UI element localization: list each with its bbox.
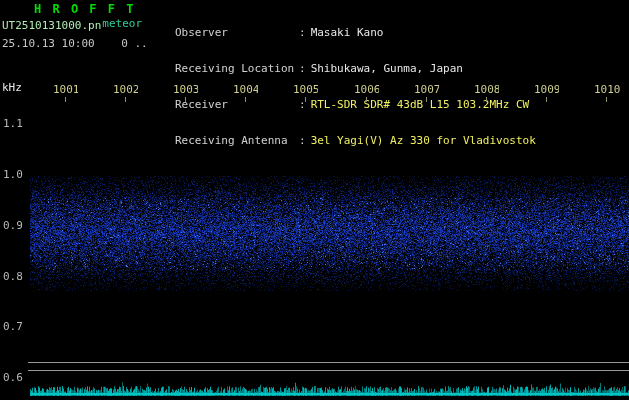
output-filename: UT2510131000.pn bbox=[2, 19, 101, 32]
x-tick-mark bbox=[185, 97, 186, 102]
x-tick-mark bbox=[125, 97, 126, 102]
level-scale-line bbox=[28, 362, 629, 363]
datetime-label: 25.10.13 10:00 0 .. bbox=[2, 38, 148, 50]
info-value: Shibukawa, Gunma, Japan bbox=[311, 63, 463, 75]
hrofft-screen: H R O F F T UT2510131000.pnmeteor 25.10.… bbox=[0, 0, 629, 400]
y-tick-label: 0.7 bbox=[3, 321, 23, 333]
x-tick-label: 1010 bbox=[594, 84, 624, 96]
x-tick-label: 1009 bbox=[534, 84, 559, 96]
y-tick-label: 1.1 bbox=[3, 118, 23, 130]
info-row-observer: Observer : Masaki Kano bbox=[175, 27, 536, 39]
y-axis-unit: kHz bbox=[2, 82, 22, 94]
x-tick-mark bbox=[65, 97, 66, 102]
info-separator: : bbox=[299, 27, 306, 39]
info-label: Receiving Location bbox=[175, 63, 299, 75]
info-value: RTL-SDR SDR# 43dB L15 103.2MHz CW bbox=[311, 99, 530, 111]
x-tick-label: 1007 bbox=[414, 84, 439, 96]
y-tick-label: 0.8 bbox=[3, 271, 23, 283]
annotation-label: meteor bbox=[102, 17, 142, 30]
y-tick-label: 1.0 bbox=[3, 169, 23, 181]
app-title: H R O F F T bbox=[34, 3, 135, 15]
info-row-location: Receiving Location : Shibukawa, Gunma, J… bbox=[175, 63, 536, 75]
x-tick-mark bbox=[366, 97, 367, 102]
x-tick-label: 1002 bbox=[113, 84, 138, 96]
x-tick-label: 1006 bbox=[354, 84, 379, 96]
info-label: Receiver bbox=[175, 99, 299, 111]
x-tick-label: 1003 bbox=[173, 84, 198, 96]
info-row-antenna: Receiving Antenna : 3el Yagi(V) Az 330 f… bbox=[175, 135, 536, 147]
x-tick-mark bbox=[245, 97, 246, 102]
info-label: Receiving Antenna bbox=[175, 135, 299, 147]
info-separator: : bbox=[299, 63, 306, 75]
y-tick-label: 0.6 bbox=[3, 372, 23, 384]
x-tick-label: 1008 bbox=[474, 84, 499, 96]
info-value: 3el Yagi(V) Az 330 for Vladivostok bbox=[311, 135, 536, 147]
x-tick-label: 1001 bbox=[53, 84, 78, 96]
level-scale-line bbox=[28, 370, 629, 371]
y-tick-label: 0.9 bbox=[3, 220, 23, 232]
x-tick-mark bbox=[426, 97, 427, 102]
info-separator: : bbox=[299, 135, 306, 147]
x-tick-label: 1005 bbox=[293, 84, 318, 96]
x-tick-mark bbox=[546, 97, 547, 102]
info-row-receiver: Receiver : RTL-SDR SDR# 43dB L15 103.2MH… bbox=[175, 99, 536, 111]
x-tick-mark bbox=[486, 97, 487, 102]
info-label: Observer bbox=[175, 27, 299, 39]
x-tick-mark bbox=[606, 97, 607, 102]
x-tick-label: 1004 bbox=[233, 84, 258, 96]
filename-line: UT2510131000.pnmeteor bbox=[2, 20, 142, 32]
x-tick-mark bbox=[305, 97, 306, 102]
info-value: Masaki Kano bbox=[311, 27, 384, 39]
